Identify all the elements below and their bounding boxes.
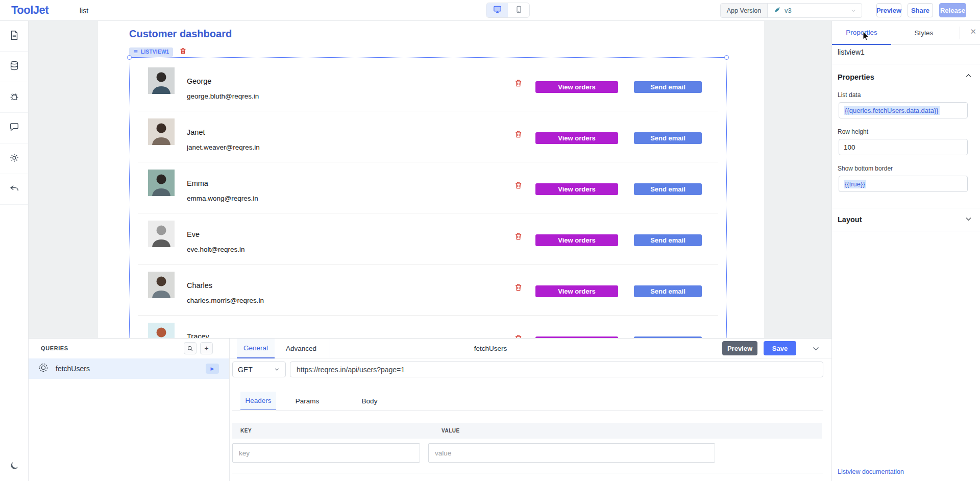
close-icon[interactable]: ✕	[970, 28, 976, 35]
row-trash-icon[interactable]	[514, 181, 523, 191]
send-email-button[interactable]: Send email	[634, 234, 702, 246]
query-panel: QUERIES + fetchUsers ▶ General Advanced …	[29, 338, 831, 481]
send-email-button[interactable]: Send email	[634, 285, 702, 297]
left-sidebar	[0, 21, 29, 481]
properties-section-title: Properties	[838, 73, 874, 81]
list-item: Charles charles.morris@reqres.in View or…	[130, 264, 726, 316]
header-value-input[interactable]	[428, 443, 715, 463]
show-bottom-border-input[interactable]: {{true}}	[839, 176, 968, 192]
query-preview-button[interactable]: Preview	[722, 341, 757, 355]
queries-title: QUERIES	[41, 345, 68, 351]
release-button[interactable]: Release	[939, 3, 966, 17]
tab-properties[interactable]: Properties	[832, 21, 891, 45]
view-orders-button[interactable]: View orders	[535, 81, 618, 93]
sidebar-item-undo[interactable]	[0, 174, 28, 205]
query-item-name: fetchUsers	[56, 365, 90, 373]
avatar	[148, 272, 175, 298]
run-query-button[interactable]: ▶	[206, 364, 219, 374]
row-name: Tracey	[187, 332, 209, 338]
row-email: george.bluth@reqres.in	[187, 92, 259, 100]
dark-mode-toggle[interactable]	[0, 461, 29, 473]
version-dropdown[interactable]: v3	[768, 4, 862, 17]
tab-headers[interactable]: Headers	[240, 392, 276, 411]
view-orders-button[interactable]: View orders	[535, 183, 618, 195]
row-height-input[interactable]: 100	[839, 139, 968, 155]
app-version-control: App Version v3	[720, 3, 862, 18]
version-value: v3	[785, 7, 792, 14]
selected-widget-name: listview1	[838, 48, 865, 56]
layout-section-header[interactable]: Layout	[832, 208, 980, 231]
query-save-button[interactable]: Save	[764, 341, 796, 355]
listview-widget[interactable]: George george.bluth@reqres.in View order…	[129, 57, 727, 338]
query-editor: General Advanced fetchUsers Preview Save…	[230, 339, 831, 481]
app-version-label: App Version	[721, 4, 768, 17]
row-email: eve.holt@reqres.in	[187, 246, 245, 253]
view-orders-button[interactable]: View orders	[535, 234, 618, 246]
show-bottom-border-label: Show bottom border	[838, 165, 980, 172]
list-item: George george.bluth@reqres.in View order…	[130, 60, 726, 111]
mobile-icon	[514, 5, 523, 16]
query-name-title[interactable]: fetchUsers	[454, 345, 527, 352]
row-trash-icon[interactable]	[514, 334, 523, 338]
desktop-layout-button[interactable]	[486, 3, 508, 17]
http-method-select[interactable]: GET	[232, 362, 286, 377]
row-trash-icon[interactable]	[514, 232, 523, 243]
send-email-button[interactable]: Send email	[634, 183, 702, 195]
share-button[interactable]: Share	[908, 3, 933, 17]
url-input[interactable]	[290, 362, 823, 377]
tooljet-logo: ToolJet	[11, 4, 48, 17]
query-search-button[interactable]	[184, 342, 197, 354]
query-list: QUERIES + fetchUsers ▶	[29, 339, 230, 481]
avatar	[148, 221, 175, 247]
avatar	[148, 118, 175, 145]
resize-handle-top-left[interactable]	[127, 55, 132, 60]
tab-styles[interactable]: Styles	[891, 21, 957, 45]
sidebar-item-database[interactable]	[0, 52, 28, 82]
inspector-tabs: Properties Styles ✕	[832, 21, 980, 45]
row-trash-icon[interactable]	[514, 79, 523, 89]
database-icon	[9, 60, 20, 74]
pages-icon	[9, 30, 20, 43]
canvas-title-text-widget[interactable]: Customer dashboard	[129, 28, 232, 40]
view-orders-button[interactable]: View orders	[535, 285, 618, 297]
listview-documentation-link[interactable]: Listview documentation	[838, 468, 904, 475]
row-trash-icon[interactable]	[514, 130, 523, 140]
sidebar-item-pages[interactable]	[0, 21, 28, 52]
top-bar: ToolJet list App Version v3	[0, 0, 980, 21]
row-name: Janet	[187, 128, 205, 136]
preview-button[interactable]: Preview	[876, 3, 901, 17]
view-orders-button[interactable]: View orders	[535, 132, 618, 144]
editor-canvas-area: Customer dashboard LISTVIEW1	[29, 21, 831, 338]
send-email-button[interactable]: Send email	[634, 81, 702, 93]
app-name[interactable]: list	[80, 7, 88, 15]
list-data-input[interactable]: {{queries.fetchUsers.data.data}}	[839, 102, 968, 118]
delete-widget-trash-icon[interactable]	[179, 47, 187, 57]
tab-divider	[330, 339, 330, 358]
query-editor-topbar: General Advanced fetchUsers Preview Save	[230, 339, 831, 358]
add-query-button[interactable]: +	[200, 342, 213, 354]
row-trash-icon[interactable]	[514, 283, 523, 294]
properties-section-header[interactable]: Properties	[832, 64, 980, 82]
tab-advanced[interactable]: Advanced	[279, 339, 324, 358]
tab-params[interactable]: Params	[287, 392, 327, 411]
widget-name-badge[interactable]: LISTVIEW1	[129, 47, 173, 57]
tab-body[interactable]: Body	[354, 392, 385, 411]
header-key-input[interactable]	[232, 443, 420, 463]
list-data-value: {{queries.fetchUsers.data.data}}	[844, 106, 940, 115]
inspector-body: Properties List data {{queries.fetchUser…	[832, 64, 980, 231]
sidebar-item-comments[interactable]	[0, 113, 28, 143]
chevron-down-icon	[850, 8, 856, 14]
send-email-button[interactable]: Send email	[634, 132, 702, 144]
list-item: Tracey View orders Send email	[130, 316, 726, 338]
mobile-layout-button[interactable]	[508, 3, 529, 17]
collapse-panel-chevron-icon[interactable]	[812, 344, 820, 355]
editor-bottom-divider	[232, 473, 823, 473]
sidebar-item-debugger[interactable]	[0, 82, 28, 113]
sidebar-item-settings[interactable]	[0, 143, 28, 174]
avatar	[148, 170, 175, 196]
row-email: emma.wong@reqres.in	[187, 195, 258, 202]
query-item-fetchusers[interactable]: fetchUsers ▶	[29, 358, 229, 379]
resize-handle-top-right[interactable]	[724, 55, 729, 60]
tab-general[interactable]: General	[237, 339, 275, 358]
app-canvas[interactable]: Customer dashboard LISTVIEW1	[98, 21, 764, 338]
